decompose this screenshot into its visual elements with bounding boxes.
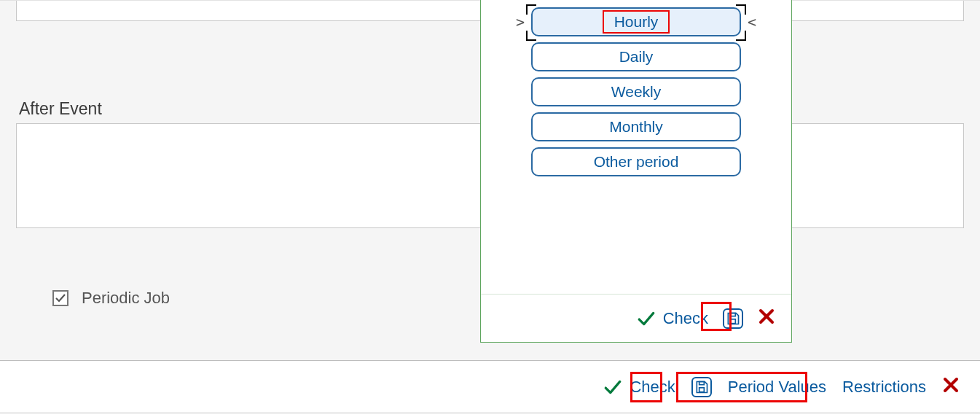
- period-option-row: Weekly: [501, 77, 771, 106]
- period-options-list: > Hourly < Daily Weekly: [481, 0, 791, 176]
- footer-restrictions-button[interactable]: Restrictions: [842, 378, 926, 397]
- period-option-monthly[interactable]: Monthly: [531, 112, 741, 141]
- popup-save-button[interactable]: [723, 308, 743, 329]
- period-option-other[interactable]: Other period: [531, 147, 741, 176]
- popup-cancel-button[interactable]: [758, 308, 775, 329]
- popup-check-label: Check: [663, 309, 708, 328]
- caret-left-icon: >: [515, 13, 525, 31]
- svg-rect-1: [731, 319, 736, 323]
- period-option-label: Other period: [594, 153, 679, 171]
- period-option-label: Weekly: [611, 83, 661, 101]
- svg-rect-0: [731, 313, 736, 316]
- page-footer: Check Period Values Restrictions: [0, 361, 980, 413]
- footer-cancel-button[interactable]: [942, 376, 960, 397]
- close-icon: [758, 308, 775, 325]
- svg-rect-4: [699, 381, 704, 384]
- svg-rect-5: [699, 387, 704, 391]
- close-icon: [942, 376, 960, 394]
- period-option-row: > Hourly <: [501, 7, 771, 36]
- periodic-job-checkbox[interactable]: [52, 290, 68, 306]
- period-option-daily[interactable]: Daily: [531, 42, 741, 71]
- footer-period-values-label: Period Values: [728, 378, 826, 397]
- after-event-label: After Event: [19, 99, 102, 119]
- footer-save-button[interactable]: [691, 377, 712, 397]
- period-option-label: Daily: [619, 48, 654, 66]
- check-icon: [55, 292, 66, 304]
- periodic-job-label: Periodic Job: [82, 289, 170, 308]
- period-option-row: Other period: [501, 147, 771, 176]
- period-values-popup: > Hourly < Daily Weekly: [480, 0, 792, 343]
- check-icon: [637, 309, 656, 328]
- footer-check-button[interactable]: Check: [603, 378, 675, 397]
- save-icon: [694, 380, 709, 394]
- footer-period-values-button[interactable]: Period Values: [728, 378, 826, 397]
- popup-footer: Check: [481, 294, 791, 342]
- period-option-label: Hourly: [614, 13, 659, 31]
- popup-check-button[interactable]: Check: [637, 309, 708, 328]
- period-option-weekly[interactable]: Weekly: [531, 77, 741, 106]
- check-icon: [603, 378, 622, 397]
- save-icon: [726, 311, 740, 326]
- footer-check-label: Check: [630, 378, 675, 397]
- periodic-job-row: Periodic Job: [52, 289, 170, 308]
- period-option-label: Monthly: [609, 118, 663, 136]
- caret-right-icon: <: [747, 13, 757, 31]
- period-option-hourly[interactable]: Hourly: [531, 7, 741, 36]
- period-option-row: Monthly: [501, 112, 771, 141]
- footer-restrictions-label: Restrictions: [842, 378, 926, 397]
- period-option-row: Daily: [501, 42, 771, 71]
